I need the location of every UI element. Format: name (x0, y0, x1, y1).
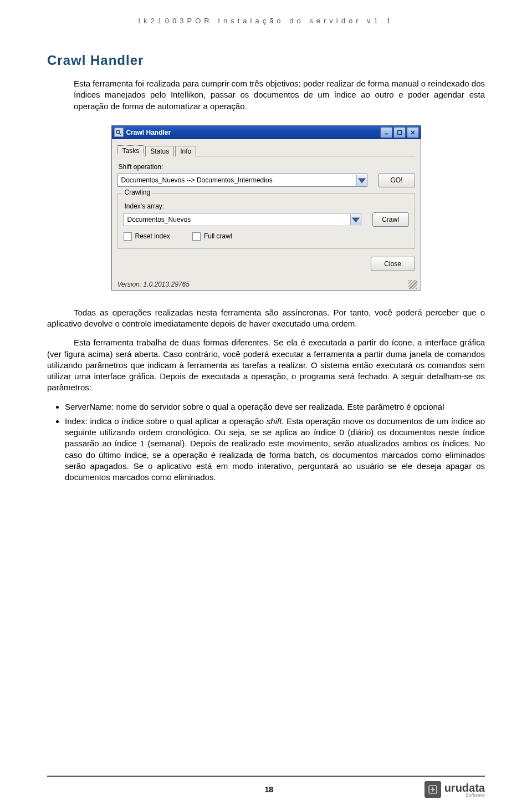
window-title: Crawl Handler (126, 129, 380, 136)
shift-operation-label: Shift operation: (119, 163, 415, 171)
svg-marker-6 (357, 178, 365, 183)
crawl-button[interactable]: Crawl (372, 212, 409, 227)
param-text: . Esta operação move os documentos de um… (65, 416, 485, 482)
shift-operation-value: Documentos_Nuevos --> Documentos_Interme… (118, 176, 356, 184)
close-dialog-button[interactable]: Close (371, 257, 415, 271)
crawl-handler-window: Crawl Handler Tasks Status Info Shift op… (111, 125, 421, 291)
svg-marker-7 (351, 217, 359, 222)
index-array-select[interactable]: Documentos_Nuevos (124, 213, 361, 226)
tab-strip: Tasks Status Info (117, 144, 415, 156)
checkbox-icon (192, 232, 201, 241)
resize-grip-icon[interactable] (408, 280, 417, 289)
tab-info[interactable]: Info (175, 146, 196, 156)
intro-paragraph: Esta ferramenta foi realizada para cumpr… (74, 78, 485, 112)
list-item: Index: indica o índice sobre o qual apli… (65, 416, 485, 483)
go-button[interactable]: GO! (378, 173, 415, 187)
reset-index-label: Reset index (135, 232, 170, 240)
svg-rect-3 (397, 130, 401, 134)
logo: urudata Software (424, 781, 485, 798)
crawling-fieldset: Crawling Index's array: Documentos_Nuevo… (117, 193, 415, 249)
chevron-down-icon[interactable] (356, 175, 367, 186)
paragraph-2: Esta ferramenta trabalha de duas formas … (47, 337, 485, 393)
list-item: ServerName: nome do servidor sobre o qua… (65, 401, 485, 412)
page-number: 18 (114, 785, 424, 794)
maximize-button[interactable] (393, 127, 406, 138)
close-button[interactable] (407, 127, 419, 138)
param-text: Index: indica o índice sobre o qual apli… (65, 416, 267, 426)
paragraph-1: Todas as operações realizadas nesta ferr… (47, 307, 485, 330)
svg-line-1 (120, 133, 121, 135)
logo-icon (424, 781, 441, 798)
full-crawl-label: Full crawl (204, 232, 232, 240)
param-italic: shift (267, 416, 282, 426)
reset-index-checkbox[interactable]: Reset index (124, 232, 170, 241)
version-label: Version: 1.0.2013.29765 (117, 281, 190, 288)
svg-point-0 (116, 130, 120, 134)
full-crawl-checkbox[interactable]: Full crawl (192, 232, 232, 241)
parameter-list: ServerName: nome do servidor sobre o qua… (65, 401, 485, 483)
window-titlebar[interactable]: Crawl Handler (112, 126, 421, 139)
shift-operation-select[interactable]: Documentos_Nuevos --> Documentos_Interme… (117, 174, 367, 187)
minimize-button[interactable] (380, 127, 392, 138)
chevron-down-icon[interactable] (350, 214, 361, 225)
index-array-value: Documentos_Nuevos (124, 216, 350, 223)
section-title: Crawl Handler (47, 53, 485, 68)
page-header: Ik21003POR Instalação do servidor v1.1 (47, 17, 485, 25)
page-footer: 18 urudata Software (47, 776, 485, 798)
index-array-label: Index's array: (125, 202, 409, 210)
tab-tasks[interactable]: Tasks (117, 145, 145, 156)
crawling-legend: Crawling (122, 189, 153, 196)
app-icon (114, 128, 124, 137)
tab-status[interactable]: Status (145, 146, 174, 156)
checkbox-icon (124, 232, 132, 241)
